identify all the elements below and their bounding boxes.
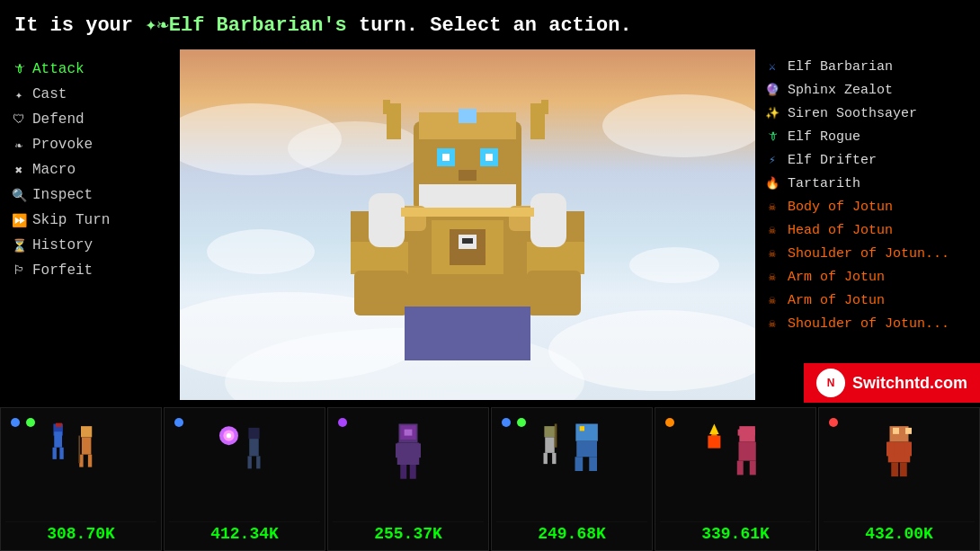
card-status-icons-card4 [500, 416, 528, 429]
svg-rect-55 [410, 465, 416, 479]
status-gem-0 [9, 416, 22, 429]
skip-turn-label: Skip Turn [32, 212, 110, 228]
forfeit-icon: 🏳 [11, 263, 27, 278]
arm-of-jotun2-name: Arm of Jotun [788, 293, 885, 308]
defend-label: Defend [32, 111, 85, 128]
svg-rect-21 [354, 271, 408, 315]
turn-text: It is your ✦❧Elf Barbarian's turn. Selec… [14, 13, 632, 37]
party-item-arm-of-jotun2[interactable]: ☠Arm of Jotun [755, 289, 980, 312]
card-sprites-card4 [496, 413, 647, 498]
watermark-text: Switchntd.com [852, 374, 967, 393]
elf-rogue-name: Elf Rogue [788, 129, 860, 145]
attack-label: Attack [32, 61, 85, 77]
menu-item-skip-turn[interactable]: ⏩Skip Turn [0, 208, 180, 233]
menu-item-cast[interactable]: ✦Cast [0, 82, 180, 107]
shoulder-of-jotun2-icon: ☠ [764, 315, 780, 332]
card-sprites-card2 [169, 413, 320, 498]
party-card-card6[interactable]: 432.00K [818, 407, 980, 551]
top-banner: It is your ✦❧Elf Barbarian's turn. Selec… [0, 0, 980, 49]
svg-rect-57 [545, 437, 555, 453]
party-item-tartarith[interactable]: 🔥Tartarith [755, 172, 980, 195]
card-hp-card1: 308.70K [5, 521, 156, 546]
party-card-card1[interactable]: 308.70K [0, 407, 162, 551]
svg-rect-74 [752, 430, 755, 436]
svg-rect-1 [383, 100, 390, 114]
card-hp-card6: 432.00K [824, 521, 975, 546]
menu-item-history[interactable]: ⏳History [0, 233, 180, 258]
menu-item-inspect[interactable]: 🔍Inspect [0, 182, 180, 208]
svg-rect-33 [53, 448, 57, 459]
menu-item-provoke[interactable]: ❧Provoke [0, 132, 180, 157]
svg-rect-82 [905, 428, 912, 434]
party-list: ⚔Elf Barbarian🔮Sphinx Zealot✨Siren Sooth… [755, 49, 980, 341]
card-sprites-card5 [660, 413, 811, 498]
svg-rect-56 [544, 426, 555, 437]
svg-rect-81 [893, 428, 899, 434]
svg-rect-59 [552, 453, 556, 464]
attack-icon: 🗡 [11, 62, 27, 76]
party-card-card2[interactable]: 412.34K [164, 407, 325, 551]
svg-rect-36 [81, 426, 92, 437]
forfeit-label: Forfeit [32, 262, 93, 279]
status-gem-1 [24, 416, 37, 429]
elf-drifter-icon: ⚡ [764, 152, 780, 168]
party-item-arm-of-jotun1[interactable]: ☠Arm of Jotun [755, 265, 980, 289]
head-of-jotun-icon: ☠ [764, 222, 780, 238]
card-status-icons-card1 [9, 416, 37, 429]
svg-rect-58 [544, 453, 548, 464]
svg-point-43 [227, 433, 231, 438]
svg-rect-18 [468, 238, 473, 244]
body-of-jotun-name: Body of Jotun [788, 200, 893, 215]
svg-rect-80 [900, 462, 907, 476]
party-item-body-of-jotun[interactable]: ☠Body of Jotun [755, 195, 980, 218]
menu-item-macro[interactable]: ✖Macro [0, 157, 180, 182]
card-hp-card5: 339.61K [660, 521, 811, 546]
svg-rect-17 [462, 238, 468, 244]
turn-text-suffix: turn. Select an action. [359, 14, 632, 37]
svg-rect-30 [401, 208, 534, 217]
svg-rect-53 [414, 443, 421, 458]
card-hp-card3: 255.37K [333, 521, 484, 546]
svg-rect-64 [589, 457, 597, 471]
status-gem-0 [173, 416, 185, 429]
party-item-shoulder-of-jotun1[interactable]: ☠Shoulder of Jotun... [755, 242, 980, 265]
svg-rect-60 [555, 424, 557, 448]
macro-icon: ✖ [11, 163, 27, 178]
svg-marker-68 [709, 424, 719, 434]
menu-item-forfeit[interactable]: 🏳Forfeit [0, 258, 180, 283]
party-item-head-of-jotun[interactable]: ☠Head of Jotun [755, 218, 980, 242]
party-item-sphinx-zealot[interactable]: 🔮Sphinx Zealot [755, 78, 980, 102]
watermark: N Switchntd.com [804, 363, 980, 403]
svg-rect-77 [886, 442, 895, 457]
cast-label: Cast [32, 86, 67, 102]
party-item-siren-soothsayer[interactable]: ✨Siren Soothsayer [755, 102, 980, 125]
history-label: History [32, 237, 93, 253]
party-item-elf-rogue[interactable]: 🗡Elf Rogue [755, 125, 980, 148]
party-card-card4[interactable]: 249.68K [491, 407, 653, 551]
nintendo-logo: N [816, 369, 845, 397]
party-item-elf-barbarian[interactable]: ⚔Elf Barbarian [755, 55, 980, 78]
status-gem-0 [827, 416, 840, 429]
svg-rect-79 [891, 462, 898, 476]
svg-rect-45 [249, 439, 259, 456]
svg-rect-39 [88, 455, 92, 467]
svg-rect-72 [750, 461, 756, 475]
elf-barbarian-icon: ⚔ [764, 58, 780, 75]
provoke-label: Provoke [32, 137, 93, 153]
svg-rect-66 [708, 436, 720, 449]
defend-icon: 🛡 [11, 112, 27, 127]
svg-rect-27 [369, 193, 405, 247]
party-item-shoulder-of-jotun2[interactable]: ☠Shoulder of Jotun... [755, 312, 980, 335]
party-card-card3[interactable]: 255.37K [327, 407, 489, 551]
party-item-elf-drifter[interactable]: ⚡Elf Drifter [755, 148, 980, 172]
elf-rogue-icon: 🗡 [764, 129, 780, 145]
svg-rect-37 [82, 437, 92, 454]
shoulder-of-jotun1-name: Shoulder of Jotun... [788, 246, 949, 262]
card-status-icons-card2 [173, 416, 185, 429]
card-hp-card4: 249.68K [496, 521, 647, 546]
party-card-card5[interactable]: 339.61K [655, 407, 816, 551]
status-gem-0 [336, 416, 349, 429]
arm-of-jotun1-icon: ☠ [764, 269, 780, 285]
menu-item-attack[interactable]: 🗡Attack [0, 57, 180, 82]
menu-item-defend[interactable]: 🛡Defend [0, 107, 180, 132]
